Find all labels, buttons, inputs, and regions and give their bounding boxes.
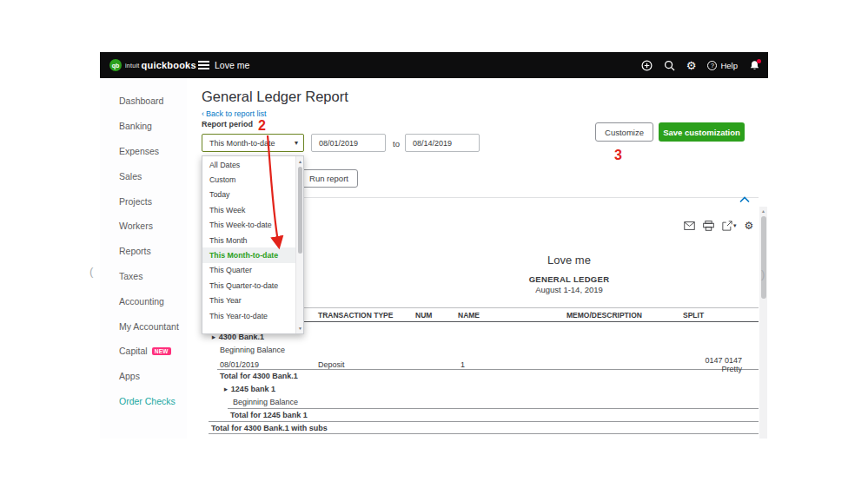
sidebar-item-label: Banking — [119, 121, 152, 131]
table-row-transaction[interactable]: 08/01/2019 Deposit 1 0147 0147 Pretty — [202, 356, 759, 369]
dropdown-option-today[interactable]: Today — [202, 188, 295, 202]
cell-name: 1 — [458, 360, 567, 369]
sidebar-item-order-checks[interactable]: Order Checks — [100, 389, 187, 414]
cell-transaction-type: Deposit — [318, 360, 415, 369]
table-row-beginning-balance: Beginning Balance — [220, 343, 759, 356]
sidebar-item-reports[interactable]: Reports — [100, 239, 187, 264]
row-label: Beginning Balance — [220, 346, 285, 354]
dropdown-scrollbar[interactable]: ▲ ▼ — [295, 156, 303, 333]
column-header-name: NAME — [458, 311, 567, 320]
export-icon[interactable]: ▾ — [722, 221, 737, 231]
sidebar-item-label: Capital — [119, 346, 148, 356]
sidebar-collapse-handle-icon[interactable]: ( — [89, 265, 93, 278]
hamburger-menu-icon[interactable] — [198, 61, 209, 69]
help-button[interactable]: ? Help — [707, 61, 738, 70]
panel-collapse-handle-icon[interactable]: ) — [761, 267, 765, 280]
date-from-value: 08/01/2019 — [319, 139, 358, 148]
report-period-value: This Month-to-date — [202, 139, 295, 148]
dropdown-option-custom[interactable]: Custom — [202, 172, 295, 187]
sidebar-item-label: Reports — [119, 246, 151, 256]
dropdown-option-this-year[interactable]: This Year — [202, 293, 295, 308]
sidebar-item-expenses[interactable]: Expenses — [100, 139, 187, 164]
scrollbar-thumb[interactable] — [761, 216, 766, 299]
page-scrollbar[interactable]: ▲ — [759, 207, 767, 439]
table-row-group-1245[interactable]: ▶ 1245 bank 1 — [224, 382, 759, 395]
sidebar-item-my-accountant[interactable]: My Accountant — [100, 313, 187, 339]
total-label: Total for 4300 Bank.1 with subs — [209, 424, 328, 432]
dropdown-option-this-year-to-date[interactable]: This Year-to-date — [202, 308, 295, 323]
report-settings-gear-icon[interactable]: ⚙ — [745, 221, 754, 231]
table-row-beginning-balance: Beginning Balance — [233, 395, 759, 408]
sidebar-item-sales[interactable]: Sales — [100, 163, 187, 188]
report-header: Love me GENERAL LEDGER August 1-14, 2019 — [482, 254, 656, 295]
sidebar-item-apps[interactable]: Apps — [100, 364, 187, 389]
report-period-select[interactable]: This Month-to-date ▾ — [202, 134, 304, 152]
sidebar-item-taxes[interactable]: Taxes — [100, 264, 187, 289]
dropdown-option-this-quarter-to-date[interactable]: This Quarter-to-date — [202, 278, 295, 293]
company-name: Love me — [215, 60, 249, 70]
annotation-step-3: 3 — [614, 148, 622, 163]
scrollbar-thumb[interactable] — [298, 167, 302, 254]
dropdown-option-all-dates[interactable]: All Dates — [202, 157, 295, 172]
sidebar-item-projects[interactable]: Projects — [100, 188, 187, 214]
annotation-step-2: 2 — [258, 118, 266, 134]
back-chevron-icon: ‹ — [202, 109, 204, 118]
print-icon[interactable] — [703, 221, 714, 231]
date-to-input[interactable]: 08/14/2019 — [405, 134, 480, 152]
help-label: Help — [720, 61, 738, 70]
qb-logo-icon: qb — [109, 59, 122, 71]
quickbooks-logo[interactable]: qb intuit quickbooks — [109, 52, 196, 78]
report-period-dropdown-list: All Dates Custom Today This Week This We… — [202, 155, 304, 334]
customize-button[interactable]: Customize — [595, 122, 653, 142]
dropdown-option-this-week-to-date[interactable]: This Week-to-date — [202, 218, 295, 233]
brand-quickbooks-label: quickbooks — [142, 60, 196, 70]
run-report-button[interactable]: Run report — [300, 169, 358, 188]
sidebar-item-label: Order Checks — [119, 396, 176, 406]
date-from-input[interactable]: 08/01/2019 — [311, 134, 386, 152]
group-label: 1245 bank 1 — [231, 385, 275, 393]
sidebar-item-label: Accounting — [119, 296, 164, 307]
sidebar-item-capital[interactable]: Capital NEW — [100, 339, 187, 364]
scroll-up-icon[interactable]: ▲ — [759, 208, 767, 214]
back-to-report-list-link[interactable]: ‹Back to report list — [202, 109, 267, 118]
sidebar-item-label: Expenses — [119, 146, 159, 156]
dropdown-option-this-month[interactable]: This Month — [202, 233, 295, 247]
cell-split: 0147 0147 Pretty — [683, 356, 759, 373]
sidebar-item-label: Workers — [119, 221, 153, 231]
scroll-up-icon[interactable]: ▲ — [296, 159, 304, 164]
dropdown-option-this-month-to-date[interactable]: This Month-to-date — [202, 247, 295, 262]
total-label: Total for 1245 bank 1 — [228, 411, 308, 419]
sidebar-item-accounting[interactable]: Accounting — [100, 288, 187, 313]
sidebar-item-label: My Accountant — [119, 321, 179, 332]
table-row-total-1245: Total for 1245 bank 1 — [228, 408, 759, 421]
collapse-section-chevron-icon[interactable] — [739, 191, 750, 207]
save-customization-button[interactable]: Save customization — [659, 122, 745, 142]
create-plus-icon[interactable] — [641, 60, 653, 71]
dropdown-option-this-week[interactable]: This Week — [202, 202, 295, 217]
table-rows: ▶ 4300 Bank.1 Beginning Balance 08/01/20… — [202, 330, 759, 434]
column-header-num: NUM — [415, 311, 458, 320]
brand-intuit-label: intuit — [125, 63, 140, 69]
report-company-name: Love me — [482, 254, 656, 267]
sidebar-item-label: Projects — [119, 196, 152, 207]
notifications-bell-icon[interactable] — [749, 60, 760, 71]
screenshot-stage: qb intuit quickbooks Love me ⚙ ? Help — [0, 0, 868, 488]
sidebar-item-dashboard[interactable]: Dashboard — [100, 89, 187, 114]
sidebar-item-workers[interactable]: Workers — [100, 214, 187, 239]
search-icon[interactable] — [664, 60, 675, 71]
date-range-to-label: to — [393, 139, 400, 148]
dropdown-option-this-quarter[interactable]: This Quarter — [202, 263, 295, 278]
sidebar-item-label: Taxes — [119, 271, 142, 281]
expand-triangle-icon: ▶ — [212, 334, 215, 340]
scroll-down-icon[interactable]: ▼ — [296, 326, 304, 331]
dropdown-options: All Dates Custom Today This Week This We… — [202, 157, 295, 323]
sidebar-item-banking[interactable]: Banking — [100, 114, 187, 139]
settings-gear-icon[interactable]: ⚙ — [686, 60, 697, 71]
email-icon[interactable] — [684, 221, 695, 230]
notification-dot — [757, 59, 761, 63]
sidebar-item-label: Dashboard — [119, 96, 163, 106]
sidebar-item-label: Sales — [119, 171, 142, 181]
report-period-text: August 1-14, 2019 — [482, 285, 656, 295]
chevron-down-icon: ▾ — [733, 222, 737, 229]
column-header-split: SPLIT — [683, 311, 759, 320]
